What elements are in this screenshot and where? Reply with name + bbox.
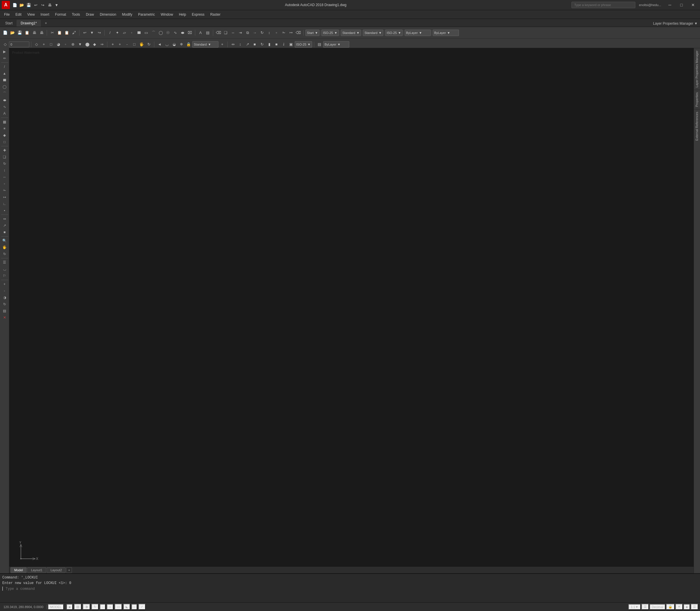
tb-orbit[interactable]: ↻ xyxy=(145,41,152,48)
tb-dim6[interactable]: ▮ xyxy=(266,41,273,48)
standard-dropdown4[interactable]: Standard▼ xyxy=(192,41,218,48)
tb-saveas[interactable]: 📋 xyxy=(24,29,30,36)
tool-grid[interactable]: ▤ xyxy=(1,308,9,314)
tab-drawing1[interactable]: Drawing1* xyxy=(17,20,41,27)
bylayer-dropdown2[interactable]: ByLayer▼ xyxy=(433,30,459,36)
menu-format[interactable]: Format xyxy=(52,10,69,19)
status-grid[interactable]: ▤ xyxy=(74,604,81,610)
tab-layer-properties[interactable]: Layer Properties Manager ▼ xyxy=(651,20,700,27)
tb-dim7[interactable]: ■ xyxy=(273,41,280,48)
tb-arc[interactable]: ⌒ xyxy=(150,29,157,36)
menu-insert[interactable]: Insert xyxy=(38,10,52,19)
status-tp[interactable]: ✓ xyxy=(138,604,146,610)
tool-match[interactable]: ⚐ xyxy=(1,272,9,279)
tb-dim9[interactable]: ▣ xyxy=(288,41,294,48)
panel-properties[interactable]: Properties xyxy=(694,90,700,109)
tb-dim3[interactable]: ↗ xyxy=(244,41,251,48)
tb-dim1[interactable]: ⇔ xyxy=(229,41,237,48)
tb-snap1[interactable]: ◇ xyxy=(33,41,40,48)
tool-gradient[interactable]: ☀ xyxy=(1,125,9,132)
standard-dropdown[interactable]: Start▼ xyxy=(305,30,319,36)
status-decimal[interactable]: Decimal xyxy=(650,604,666,610)
tool-close[interactable]: ✕ xyxy=(1,314,9,321)
minimize-button[interactable]: ─ xyxy=(665,1,675,9)
status-otrack[interactable]: + xyxy=(107,604,113,610)
tool-text[interactable]: A xyxy=(1,110,9,117)
menu-modify[interactable]: Modify xyxy=(119,10,135,19)
tool-tolerance[interactable]: ■ xyxy=(1,229,9,235)
tb-redo[interactable]: ↪ xyxy=(96,29,103,36)
coord-input-field[interactable] xyxy=(9,42,29,47)
tb-circle[interactable]: ◯ xyxy=(157,29,164,36)
tool-circle[interactable]: ◯ xyxy=(1,84,9,90)
tool-leader[interactable]: ↗ xyxy=(1,222,9,229)
tb-snap9[interactable]: ◆ xyxy=(91,41,98,48)
tb-undo[interactable]: ↩ xyxy=(81,29,88,36)
standard-dropdown3[interactable]: Standard▼ xyxy=(363,30,383,36)
tb-snap3[interactable]: □ xyxy=(48,41,55,48)
close-button[interactable]: ✕ xyxy=(688,1,698,9)
tool-copy[interactable]: ❏ xyxy=(1,154,9,160)
tb-dim8[interactable]: ⇃ xyxy=(280,41,287,48)
tb-ellipse[interactable]: ⬬ xyxy=(179,29,186,36)
tb-layer-isolate[interactable]: ◒ xyxy=(171,41,178,48)
tb-dim4[interactable]: ■ xyxy=(251,41,258,48)
tb-new[interactable]: 📄 xyxy=(2,29,9,36)
status-ortho[interactable]: ◑ xyxy=(83,604,90,610)
tb-snap5[interactable]: ◦ xyxy=(62,41,69,48)
iso25-dropdown2[interactable]: ISO-25▼ xyxy=(385,30,402,36)
status-dyn[interactable]: ◣ xyxy=(123,604,130,610)
tb-pasteclip[interactable]: 📋 xyxy=(63,29,70,36)
tool-osnap[interactable]: ◦ xyxy=(1,288,9,294)
maximize-button[interactable]: □ xyxy=(676,1,687,9)
new-button[interactable]: 📄 xyxy=(12,2,18,8)
tb-zoom-all[interactable]: □ xyxy=(131,41,138,48)
status-hardware[interactable]: ☀ xyxy=(675,604,683,610)
search-input[interactable] xyxy=(572,2,635,8)
tool-spline[interactable]: ∿ xyxy=(1,104,9,110)
tb-rect[interactable]: ▭ xyxy=(143,29,150,36)
tb-mirror[interactable]: ↔ xyxy=(229,29,237,36)
tab-start[interactable]: Start xyxy=(1,20,17,27)
tb-spline[interactable]: ∿ xyxy=(172,29,179,36)
tb-donut[interactable]: ☉ xyxy=(165,29,171,36)
tb-layer-props[interactable]: ◡ xyxy=(163,41,170,48)
tb-array[interactable]: ⧉ xyxy=(244,29,251,36)
open-button[interactable]: 📂 xyxy=(18,2,25,8)
iso25-dropdown3[interactable]: ISO-25▼ xyxy=(295,41,312,48)
status-anno-scale[interactable]: 1:1▼ xyxy=(628,604,640,610)
tool-mirror[interactable]: ↔ xyxy=(1,174,9,180)
standard-dropdown2[interactable]: Standard▼ xyxy=(341,30,361,36)
tool-polar[interactable]: ↻ xyxy=(1,301,9,308)
tb-pan[interactable]: 🖐 xyxy=(138,41,145,48)
tb-matchprop[interactable]: 🖍 xyxy=(71,29,77,36)
tb-layer-freeze[interactable]: ❄ xyxy=(178,41,185,48)
panel-external-refs[interactable]: External References xyxy=(694,109,700,143)
tb-cutclip[interactable]: ✂ xyxy=(49,29,56,36)
tab-add[interactable]: + xyxy=(41,20,51,27)
menu-file[interactable]: File xyxy=(1,10,13,19)
tb-print[interactable]: 🖶 xyxy=(31,29,38,36)
tb-offset[interactable]: ⇥ xyxy=(237,29,244,36)
status-ui-lock[interactable]: 🔒 xyxy=(666,604,675,610)
tb-snap4[interactable]: ◕ xyxy=(55,41,62,48)
tool-ellipse[interactable]: ⬬ xyxy=(1,97,9,103)
status-customize[interactable]: ☰ xyxy=(691,604,698,610)
menu-window[interactable]: Window xyxy=(158,10,176,19)
tool-properties[interactable]: ☰ xyxy=(1,259,9,266)
status-polar[interactable]: ↻ xyxy=(91,604,98,610)
tb-layer-prev[interactable]: ◄ xyxy=(156,41,163,48)
status-ducs[interactable]: ▭ xyxy=(115,604,122,610)
tool-pick[interactable]: ▶ xyxy=(1,48,9,55)
panel-layer-properties[interactable]: Layer Properties Manager xyxy=(694,48,700,90)
tb-zoom-window[interactable]: ⌖ xyxy=(109,41,116,48)
add-layout-button[interactable]: + xyxy=(66,567,72,573)
tb-copy[interactable]: ❏ xyxy=(222,29,229,36)
tb-print2[interactable]: 🖶 xyxy=(38,29,45,36)
tb-dim2[interactable]: ↕ xyxy=(237,41,244,48)
tb-layer-lock[interactable]: 🔒 xyxy=(185,41,192,48)
tb-layerctrl1[interactable]: ▤ xyxy=(316,41,323,48)
canvas-area[interactable]: Product Watermark Y X xyxy=(9,48,694,573)
tool-extend[interactable]: ↦ xyxy=(1,194,9,200)
tb-rotate[interactable]: ↻ xyxy=(258,29,265,36)
